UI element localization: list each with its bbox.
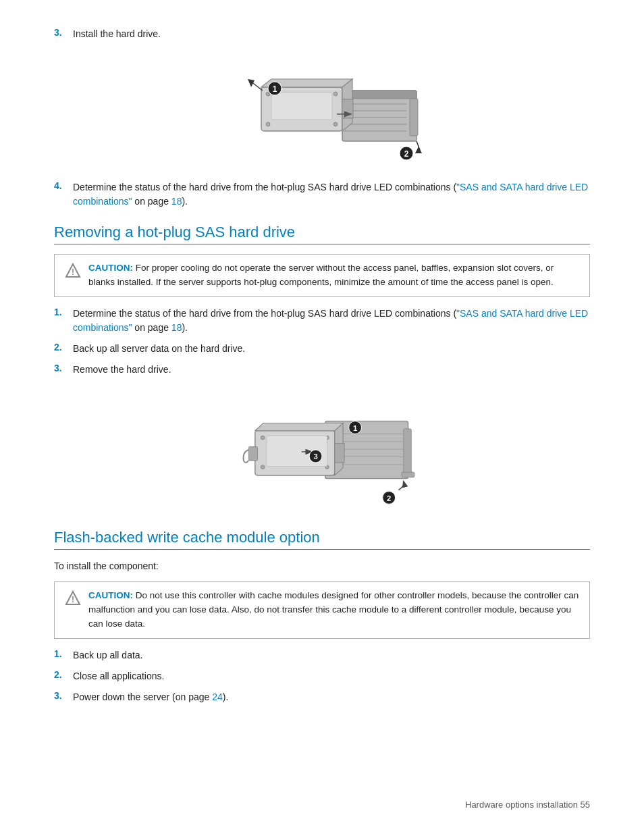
flash-step-num-1: 1. [54,648,73,659]
flash-step-num-2: 2. [54,669,73,680]
caution-icon-removing: ! [64,263,82,283]
flash-step-1-text: Back up all data. [73,648,590,662]
remove-step-2-text: Back up all server data on the hard driv… [73,342,590,356]
install-step-3: 3. Install the hard drive. [54,27,590,41]
caution-icon-flash: ! [64,590,82,610]
caution-box-removing: ! CAUTION: For proper cooling do not ope… [54,254,590,297]
svg-text:1: 1 [353,424,357,432]
svg-point-14 [266,122,270,126]
svg-point-42 [261,465,265,469]
drive-install-figure: 1 2 [54,53,590,168]
drive-install-svg: 1 2 [207,53,437,168]
flash-step-num-3: 3. [54,690,73,701]
svg-text:2: 2 [404,149,409,159]
svg-text:3: 3 [313,452,317,461]
remove-step-2: 2. Back up all server data on the hard d… [54,342,590,356]
sas-sata-link-1[interactable]: "SAS and SATA hard drive LED combination… [73,182,588,207]
svg-point-13 [333,92,338,96]
svg-rect-39 [335,444,344,463]
sas-sata-link-2[interactable]: "SAS and SATA hard drive LED combination… [73,308,588,333]
page-link-24[interactable]: 24 [212,692,223,702]
flash-step-2: 2. Close all applications. [54,669,590,683]
removing-section-heading: Removing a hot-plug SAS hard drive [54,224,590,244]
remove-step-1-text: Determine the status of the hard drive f… [73,307,590,335]
drive-remove-svg: 1 3 2 [207,389,437,514]
flash-section-heading: Flash-backed write cache module option [54,529,590,550]
remove-step-1: 1. Determine the status of the hard driv… [54,307,590,335]
remove-step-num-3: 3. [54,363,73,373]
remove-step-num-2: 2. [54,342,73,353]
svg-rect-1 [342,90,417,99]
caution-box-flash: ! CAUTION: Do not use this controller wi… [54,581,590,639]
svg-point-40 [261,436,265,440]
svg-point-15 [333,122,338,126]
flash-step-3: 3. Power down the server (on page 24). [54,690,590,704]
svg-text:2: 2 [387,494,391,502]
svg-rect-34 [404,429,411,473]
caution-text-flash: CAUTION: Do not use this controller with… [88,589,580,631]
svg-rect-45 [248,446,257,461]
caution-text-removing: CAUTION: For proper cooling do not opera… [88,261,580,290]
svg-rect-2 [410,99,418,136]
page-link-18-1[interactable]: 18 [171,196,182,207]
svg-rect-11 [342,99,353,118]
step-number-3: 3. [54,27,73,38]
flash-step-2-text: Close all applications. [73,669,590,683]
drive-remove-figure: 1 3 2 [54,389,590,514]
remove-step-3-text: Remove the hard drive. [73,363,590,377]
flash-intro: To install the component: [54,559,590,573]
install-step-4: 4. Determine the status of the hard driv… [54,180,590,209]
remove-step-num-1: 1. [54,307,73,317]
page-footer: Hardware options installation 55 [465,800,590,810]
page-link-18-2[interactable]: 18 [171,322,182,333]
step-3-text: Install the hard drive. [73,27,590,41]
svg-marker-25 [415,147,422,153]
remove-step-3: 3. Remove the hard drive. [54,363,590,377]
svg-text:!: ! [72,595,74,604]
svg-marker-37 [255,423,343,430]
svg-rect-16 [271,93,332,120]
caution-label-removing: CAUTION: [88,263,133,273]
step-4-text: Determine the status of the hard drive f… [73,180,590,209]
flash-step-1: 1. Back up all data. [54,648,590,662]
svg-text:!: ! [72,267,74,277]
caution-label-flash: CAUTION: [88,590,133,600]
svg-rect-35 [402,472,414,477]
svg-text:1: 1 [273,84,277,94]
step-number-4: 4. [54,180,73,191]
flash-step-3-text: Power down the server (on page 24). [73,690,590,704]
